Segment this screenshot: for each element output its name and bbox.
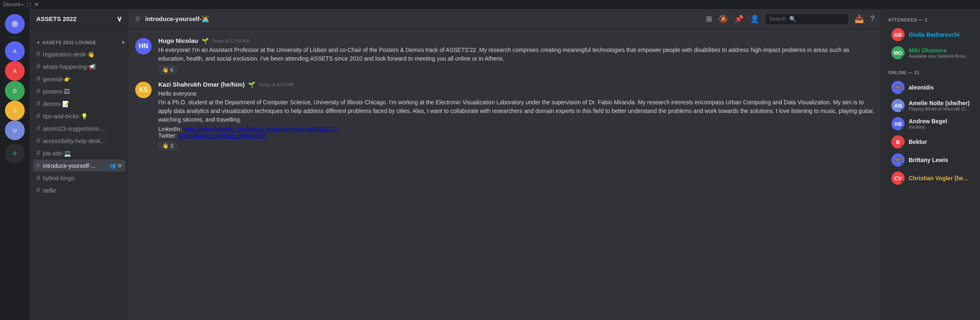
channel-name: demos-📝 xyxy=(43,101,120,107)
members-icon[interactable]: 👤 xyxy=(750,14,759,24)
online-member-item[interactable]: AB Andrew Begel (he/him) xyxy=(885,115,977,133)
maximize-button[interactable]: □ xyxy=(28,1,31,8)
attendee-item[interactable]: MO Miki Okamura Available (via Sidekick … xyxy=(885,44,977,62)
online-member-item[interactable]: 🎮 Brittany Lewis xyxy=(885,151,977,169)
linkedin-url[interactable]: https://www.linkedin.com/in/kazi-shahruk… xyxy=(183,126,338,132)
member-name: Amelie Nolte (she/her) xyxy=(909,100,970,106)
channel-name: hybrid-bingo xyxy=(43,175,120,181)
channel-name: whats-happening-📢 xyxy=(43,64,120,70)
pin-icon[interactable]: 📌 xyxy=(734,14,743,24)
member-avatar: GB xyxy=(891,28,905,41)
linkedin-link: LinkedIn: https://www.linkedin.com/in/ka… xyxy=(158,126,874,132)
channel-name: registration-desk-👋 xyxy=(43,51,120,58)
attendees-header: ATTENDEES — 2 xyxy=(882,16,980,26)
member-subtext: (he/him) xyxy=(909,125,970,129)
channel-action-icons: 👥⚙ xyxy=(110,163,122,169)
reaction[interactable]: 👋 3 xyxy=(158,141,177,150)
sidebar-divider xyxy=(8,37,21,38)
channel-item-accessibility-help-desk---[interactable]: # accessibility-help-desk... xyxy=(33,135,125,147)
hash-icon: # xyxy=(36,124,40,133)
app-sidebar: ⊕ AADSU + xyxy=(0,9,30,320)
member-avatar: MO xyxy=(891,46,905,59)
member-avatar: CV xyxy=(891,172,905,185)
status-indicator xyxy=(901,181,905,185)
hash-icon: # xyxy=(36,174,40,182)
server-icon-assets2022[interactable]: A xyxy=(5,41,25,61)
channel-item-general-[interactable]: # general-👉 xyxy=(33,73,125,85)
hash-icon: # xyxy=(36,186,40,195)
member-status-text: Playing World of Warcraft Cla... xyxy=(909,106,970,111)
message-text: Hi everyone! I'm an Assistant Professor … xyxy=(158,46,874,63)
channel-item-hybrid-bingo[interactable]: # hybrid-bingo xyxy=(33,172,125,184)
online-member-item[interactable]: 🎮 aleonidis xyxy=(885,78,977,96)
online-header: ONLINE — 31 xyxy=(882,68,980,78)
channel-item-whats-happening-[interactable]: # whats-happening-📢 xyxy=(33,61,125,73)
online-member-item[interactable]: CV Christian Vogler (he/h... xyxy=(885,169,977,187)
hash-icon: # xyxy=(36,87,40,96)
channel-item-selfie[interactable]: # selfie xyxy=(33,184,125,196)
close-button[interactable]: ✕ xyxy=(34,1,39,8)
channel-item-job-ads-[interactable]: # job-ads-💻 xyxy=(33,147,125,159)
member-name: Bektur xyxy=(909,139,970,145)
channel-item-registration-desk-[interactable]: # registration-desk-👋 xyxy=(33,48,125,60)
author-badge: 🌱 xyxy=(202,38,209,44)
title-bar: Discord ─ □ ✕ xyxy=(0,0,980,9)
online-member-item[interactable]: B Bektur xyxy=(885,133,977,151)
message-author: Kazi Shahrukh Omar (he/him) xyxy=(158,81,245,88)
member-name: Brittany Lewis xyxy=(909,157,970,163)
reactions: 👋 6 xyxy=(158,63,874,74)
channel-item-demos-[interactable]: # demos-📝 xyxy=(33,98,125,110)
search-icon: 🔍 xyxy=(789,16,796,22)
member-info: Christian Vogler (he/h... xyxy=(909,175,970,181)
minimize-button[interactable]: ─ xyxy=(20,1,24,8)
hashtag-icon[interactable]: ⊞ xyxy=(706,14,712,24)
status-indicator xyxy=(901,56,905,59)
add-channel-icon[interactable]: + xyxy=(121,39,125,46)
hash-icon: # xyxy=(36,112,40,120)
channel-item-posters-[interactable]: # posters-🖼 xyxy=(33,85,125,97)
channel-item-introduce-yourself----[interactable]: # introduce-yourself-... 👥⚙ xyxy=(33,160,125,172)
add-server-button[interactable]: + xyxy=(5,144,25,163)
member-name: aleonidis xyxy=(909,84,970,91)
server-icon-dis2021[interactable]: D xyxy=(5,81,25,101)
header-icons: ⊞ 🔕 📌 👤 Search 🔍 📥 ? xyxy=(706,14,874,24)
server-name: ASSETS 2022 xyxy=(36,15,77,22)
twitter-url[interactable]: https://twitter.com/kazi_shahrukh3 xyxy=(178,132,265,139)
server-icon-assets2021[interactable]: A xyxy=(5,61,25,81)
discord-home-button[interactable]: ⊕ xyxy=(5,14,25,34)
channel-item-assets23-suggestions----[interactable]: # assets23-suggestions-... xyxy=(33,122,125,134)
inbox-icon[interactable]: 📥 xyxy=(855,14,864,24)
mute-bell-icon[interactable]: 🔕 xyxy=(719,14,728,24)
channel-name: posters-🖼 xyxy=(43,88,120,95)
messages-area: HN Hugo Nicolau 🌱 Today at 12:58 AM Hi e… xyxy=(129,29,881,320)
main-content: # introduce-yourself-🧑‍💻 ⊞ 🔕 📌 👤 Search … xyxy=(129,9,881,320)
attendee-item[interactable]: GB Giulia Barbareschi xyxy=(885,26,977,44)
hash-icon: # xyxy=(36,62,40,71)
member-info: Andrew Begel (he/him) xyxy=(909,118,970,129)
status-indicator xyxy=(901,38,905,41)
hash-icon: # xyxy=(36,75,40,83)
member-avatar: 🎮 xyxy=(891,153,905,167)
help-icon[interactable]: ? xyxy=(870,14,874,23)
channel-category[interactable]: ▼ASSETS 2022 LOUNGE+ xyxy=(30,32,129,48)
server-icon-unknown1[interactable]: U xyxy=(5,120,25,140)
online-member-item[interactable]: AN Amelie Nolte (she/her) Playing World … xyxy=(885,96,977,115)
message-avatar: KS xyxy=(135,82,152,98)
server-header[interactable]: ASSETS 2022 ∨ xyxy=(30,9,129,29)
message-avatar: HN xyxy=(135,38,152,54)
message-body: Kazi Shahrukh Omar (he/him) 🌱 Today at 9… xyxy=(158,81,874,150)
hash-icon: # xyxy=(36,161,40,170)
message-msg1: HN Hugo Nicolau 🌱 Today at 12:58 AM Hi e… xyxy=(129,35,881,76)
message-header: Kazi Shahrukh Omar (he/him) 🌱 Today at 9… xyxy=(158,81,874,88)
member-name: Miki Okamura xyxy=(909,47,970,54)
server-icon-sgs[interactable]: S xyxy=(5,101,25,120)
channel-item-tips-and-tricks-[interactable]: # tips-and-tricks-💡 xyxy=(33,110,125,122)
hash-icon: # xyxy=(36,50,40,59)
twitter-link: Twitter: https://twitter.com/kazi_shahru… xyxy=(158,132,874,139)
channel-name: tips-and-tricks-💡 xyxy=(43,113,120,120)
right-panel: ATTENDEES — 2 GB Giulia Barbareschi MO M… xyxy=(881,9,980,320)
message-header: Hugo Nicolau 🌱 Today at 12:58 AM xyxy=(158,37,874,44)
search-bar[interactable]: Search 🔍 xyxy=(766,14,848,24)
author-badge: 🌱 xyxy=(248,81,255,88)
reaction[interactable]: 👋 6 xyxy=(158,66,177,74)
